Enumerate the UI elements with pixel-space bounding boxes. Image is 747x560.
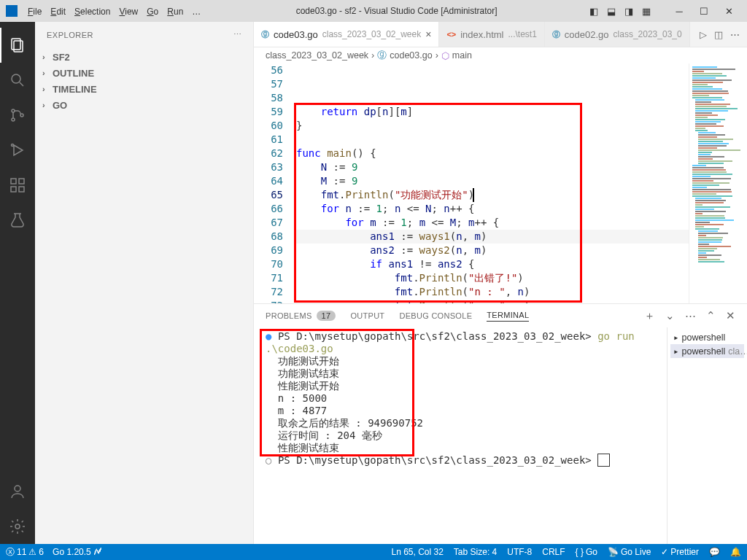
breadcrumbs[interactable]: class_2023_03_02_week › ⓖ code03.go › ⬡ … (254, 47, 747, 63)
tab-code03.go[interactable]: ⓖcode03.goclass_2023_03_02_week× (254, 22, 439, 47)
explorer-title: EXPLORER (47, 31, 93, 39)
breadcrumb-symbol[interactable]: main (452, 50, 472, 61)
menu-go[interactable]: Go (142, 7, 163, 17)
activity-source-control[interactable] (0, 98, 35, 133)
more-actions-icon[interactable]: ⋯ (730, 29, 740, 40)
code-line-65[interactable]: ans1 := ways1(n, m) (296, 230, 689, 244)
status-eol[interactable]: CRLF (542, 547, 565, 557)
code-line-57[interactable]: } (296, 119, 689, 133)
close-button[interactable]: ✕ (716, 0, 741, 22)
terminal-line: m : 4877 (266, 405, 655, 417)
breadcrumb-file[interactable]: code03.go (390, 50, 432, 61)
title-bar: FileEditSelectionViewGoRun… code03.go - … (0, 0, 747, 22)
code-line-69[interactable]: fmt.Println("n : ", n) (296, 285, 689, 299)
editor-area: ⓖcode03.goclass_2023_03_02_week×<>index.… (254, 22, 747, 544)
sidebar-section-outline[interactable]: › OUTLINE (35, 65, 253, 81)
activity-extensions[interactable] (0, 168, 35, 203)
sidebar-section-go[interactable]: › GO (35, 97, 253, 113)
status-go-version[interactable]: Go 1.20.5 🗲 (53, 547, 102, 557)
menu-run[interactable]: Run (163, 7, 187, 17)
split-editor-icon[interactable]: ◫ (714, 29, 723, 40)
code-line-64[interactable]: for m := 1; m <= M; m++ { (296, 216, 689, 230)
menu-file[interactable]: File (23, 7, 46, 17)
layout-right-icon[interactable]: ◨ (623, 5, 635, 17)
panel-tab-output[interactable]: OUTPUT (350, 311, 384, 320)
layout-grid-icon[interactable]: ▦ (640, 5, 652, 17)
code-line-60[interactable]: N := 9 (296, 160, 689, 174)
terminal-line: 取余之后的结果 : 949690752 (266, 417, 655, 429)
terminal-line: 性能测试结束 (266, 442, 655, 454)
svg-line-3 (20, 82, 23, 86)
code-line-58[interactable] (296, 133, 689, 147)
status-go-live[interactable]: 📡 Go Live (608, 547, 651, 557)
status-feedback-icon[interactable]: 💬 (709, 547, 720, 557)
activity-search[interactable] (0, 63, 35, 98)
code-line-61[interactable]: M := 9 (296, 174, 689, 188)
breadcrumb-folder[interactable]: class_2023_03_02_week (266, 50, 368, 61)
status-cursor[interactable]: Ln 65, Col 32 (391, 547, 443, 557)
status-errors[interactable]: ⓧ 11 ⚠ 6 (6, 546, 44, 559)
terminal-output[interactable]: ● PS D:\mysetup\gopath\src\sf2\class_202… (254, 327, 667, 544)
run-icon[interactable]: ▷ (700, 29, 707, 40)
sidebar-section-timeline[interactable]: › TIMELINE (35, 81, 253, 97)
menu-view[interactable]: View (115, 7, 142, 17)
terminal-list: ▸ powershell▸ powershell cla… (667, 327, 747, 544)
svg-rect-9 (11, 179, 16, 184)
svg-point-13 (15, 486, 20, 491)
activity-debug[interactable] (0, 133, 35, 168)
minimize-button[interactable]: ─ (667, 0, 692, 22)
explorer-sidebar: EXPLORER ⋯ › SF2› OUTLINE› TIMELINE› GO (35, 22, 254, 544)
close-tab-icon[interactable]: × (425, 28, 431, 40)
sidebar-section-sf2[interactable]: › SF2 (35, 49, 253, 65)
close-panel-icon[interactable]: ✕ (726, 309, 735, 323)
minimap[interactable] (689, 63, 747, 303)
code-line-59[interactable]: func main() { (296, 147, 689, 160)
svg-rect-11 (19, 187, 24, 192)
terminal-instance[interactable]: ▸ powershell cla… (670, 344, 744, 358)
status-language[interactable]: { } Go (576, 547, 597, 557)
code-line-56[interactable]: return dp[n][m] (296, 105, 689, 119)
panel-tab-terminal[interactable]: TERMINAL (487, 311, 529, 322)
layout-side-icon[interactable]: ◧ (588, 5, 600, 17)
menu-bar: FileEditSelectionViewGoRun… (23, 6, 205, 17)
activity-testing[interactable] (0, 203, 35, 238)
terminal-line: n : 5000 (266, 392, 655, 405)
new-terminal-icon[interactable]: ＋ (644, 309, 655, 323)
code-line-66[interactable]: ans2 := ways2(n, m) (296, 244, 689, 257)
panel-tab-problems[interactable]: PROBLEMS 17 (266, 311, 336, 321)
code-line-68[interactable]: fmt.Println("出错了!") (296, 271, 689, 285)
code-line-63[interactable]: for n := 1; n <= N; n++ { (296, 202, 689, 216)
svg-marker-7 (14, 145, 23, 155)
status-bell-icon[interactable]: 🔔 (730, 547, 741, 557)
vscode-icon (6, 5, 18, 17)
tab-code02.go[interactable]: ⓖcode02.goclass_2023_03_0 (545, 22, 690, 47)
code-editor[interactable]: 565758596061626364656667686970717273 ret… (254, 63, 747, 303)
activity-explorer[interactable] (0, 28, 35, 63)
code-line-67[interactable]: if ans1 != ans2 { (296, 257, 689, 271)
svg-rect-10 (11, 187, 16, 192)
svg-rect-12 (19, 179, 24, 184)
status-encoding[interactable]: UTF-8 (507, 547, 532, 557)
more-icon[interactable]: ⋯ (685, 309, 696, 323)
terminal-dropdown-icon[interactable]: ⌄ (665, 309, 675, 323)
terminal-line: 性能测试开始 (266, 380, 655, 392)
layout-panel-icon[interactable]: ⬓ (605, 5, 617, 17)
menu-…[interactable]: … (187, 7, 205, 17)
svg-point-4 (12, 109, 15, 112)
status-bar: ⓧ 11 ⚠ 6 Go 1.20.5 🗲 Ln 65, Col 32 Tab S… (0, 544, 747, 560)
svg-point-14 (15, 524, 20, 529)
status-prettier[interactable]: ✓ Prettier (661, 547, 699, 557)
code-line-70[interactable]: fmt.Println("m : ", m) (296, 299, 689, 303)
activity-settings[interactable] (0, 509, 35, 544)
maximize-panel-icon[interactable]: ⌃ (706, 309, 716, 323)
more-icon[interactable]: ⋯ (233, 30, 242, 39)
menu-selection[interactable]: Selection (70, 7, 115, 17)
status-tab-size[interactable]: Tab Size: 4 (454, 547, 497, 557)
code-line-62[interactable]: fmt.Println("功能测试开始") (296, 188, 689, 202)
maximize-button[interactable]: ☐ (692, 0, 716, 22)
activity-accounts[interactable] (0, 474, 35, 509)
terminal-instance[interactable]: ▸ powershell (670, 330, 744, 344)
menu-edit[interactable]: Edit (46, 7, 70, 17)
tab-index.html[interactable]: <>index.html...\test1 (439, 22, 544, 47)
panel-tab-debug[interactable]: DEBUG CONSOLE (399, 311, 472, 320)
